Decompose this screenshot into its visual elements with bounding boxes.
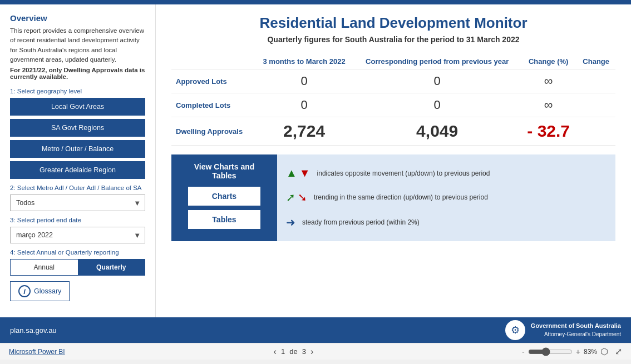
step2-label: 2: Select Metro Adl / Outer Adl / Balanc…: [10, 185, 145, 191]
charts-button[interactable]: Charts: [188, 187, 260, 206]
table-header-col2: Corresponding period from previous year: [354, 54, 520, 69]
zoom-in-icon[interactable]: +: [576, 347, 580, 356]
zoom-section: - + 83% ⬡ ⤢: [522, 346, 622, 357]
table-row: Completed Lots 0 0 ∞: [171, 93, 615, 117]
metro-select[interactable]: Todos: [10, 195, 145, 211]
step4-label: 4: Select Annual or Quarterly reporting: [10, 249, 145, 256]
bottom-right-icons: ⬡ ⤢: [600, 346, 622, 357]
legend-arrows-same: ➚ ➘: [286, 191, 307, 204]
metro-select-wrapper: Todos ▼: [10, 195, 145, 211]
footer-gov-text: Government of South Australia Attorney-G…: [531, 322, 621, 338]
arrow-down-outline-icon: ➘: [298, 191, 307, 204]
table-header-col1: 3 months to March 2022: [254, 54, 354, 69]
total-pages: 3: [302, 347, 306, 356]
completed-val3: ∞: [544, 98, 553, 112]
period-select[interactable]: março 2022: [10, 227, 145, 243]
page-of: de: [289, 347, 297, 356]
annual-button[interactable]: Annual: [11, 260, 78, 275]
glossary-label: Glossary: [34, 287, 61, 295]
report-subtitle: Quarterly figures for South Australia fo…: [171, 35, 615, 44]
bottom-bar: Microsoft Power BI ‹ 1 de 3 › - + 83% ⬡ …: [0, 343, 631, 360]
legend-text-steady: steady from previous period (within 2%): [302, 218, 420, 226]
glossary-button[interactable]: i Glossary: [10, 281, 70, 301]
legend-box: ▲ ▼ indicates opposite movement (up/down…: [277, 154, 615, 241]
completed-val2: 0: [434, 98, 441, 112]
legend-arrows-opposite: ▲ ▼: [286, 167, 310, 179]
arrow-up-outline-icon: ➚: [286, 191, 295, 204]
footer-gov-subtitle: Attorney-General's Department: [531, 331, 621, 338]
table-header-empty: [171, 54, 254, 69]
step3-label: 3: Select period end date: [10, 217, 145, 223]
legend-row-opposite: ▲ ▼ indicates opposite movement (up/down…: [286, 167, 607, 179]
zoom-slider[interactable]: [528, 347, 573, 356]
local-govt-button[interactable]: Local Govt Areas: [10, 98, 145, 116]
reporting-toggle: Annual Quarterly: [10, 259, 145, 276]
footer-url: plan.sa.gov.au: [10, 326, 57, 335]
zoom-level: 83%: [584, 348, 597, 356]
table-row: Dwelling Approvals 2,724 4,049 - 32.7: [171, 117, 615, 146]
overview-text: This report provides a comprehensive ove…: [10, 26, 145, 64]
overview-title: Overview: [10, 13, 145, 23]
metro-outer-button[interactable]: Metro / Outer / Balance: [10, 140, 145, 158]
report-title: Residential Land Development Monitor: [171, 14, 615, 32]
row-label-approved: Approved Lots: [171, 69, 254, 93]
overview-bold: For 2021/22, only Dwelling Approvals dat…: [10, 67, 145, 80]
row-label-dwelling: Dwelling Approvals: [171, 117, 254, 146]
fullscreen-icon[interactable]: ⤢: [615, 346, 622, 357]
right-panel: Residential Land Development Monitor Qua…: [156, 4, 631, 317]
legend-row-steady: ➜ steady from previous period (within 2%…: [286, 216, 607, 229]
period-select-wrapper: março 2022 ▼: [10, 227, 145, 243]
completed-val4: [576, 93, 615, 117]
approved-val3: ∞: [544, 74, 553, 88]
legend-row-same: ➚ ➘ trending in the same direction (up/d…: [286, 191, 607, 204]
quarterly-button[interactable]: Quarterly: [78, 260, 145, 275]
bottom-section: View Charts and Tables Charts Tables ▲ ▼…: [171, 154, 615, 241]
table-header-col3: Change (%): [520, 54, 576, 69]
current-page: 1: [281, 347, 285, 356]
arrow-right-icon: ➜: [286, 216, 295, 229]
pagination: ‹ 1 de 3 ›: [274, 347, 314, 357]
data-table: 3 months to March 2022 Corresponding per…: [171, 54, 615, 146]
charts-tables-title: View Charts and Tables: [181, 162, 267, 180]
info-icon: i: [18, 285, 31, 297]
zoom-out-icon[interactable]: -: [522, 347, 525, 356]
row-label-completed: Completed Lots: [171, 93, 254, 117]
tables-button[interactable]: Tables: [188, 210, 260, 229]
sa-govt-button[interactable]: SA Govt Regions: [10, 119, 145, 137]
footer-logo: ⚙: [505, 320, 525, 340]
charts-tables-box: View Charts and Tables Charts Tables: [171, 154, 277, 241]
prev-page-button[interactable]: ‹: [274, 347, 277, 357]
table-row: Approved Lots 0 0 ∞: [171, 69, 615, 93]
top-bar: [0, 0, 631, 4]
share-icon[interactable]: ⬡: [600, 346, 608, 357]
dwelling-val1: 2,724: [283, 122, 325, 140]
footer-right: ⚙ Government of South Australia Attorney…: [505, 320, 621, 340]
completed-val1: 0: [300, 98, 307, 112]
table-header-col4: Change: [576, 54, 615, 69]
footer-gov-title: Government of South Australia: [531, 322, 621, 330]
legend-arrows-steady: ➜: [286, 216, 295, 229]
step1-label: 1: Select geography level: [10, 88, 145, 94]
approved-val2: 0: [434, 74, 441, 88]
arrow-up-solid-icon: ▲: [286, 167, 297, 179]
powerbi-link[interactable]: Microsoft Power BI: [9, 348, 65, 356]
dwelling-val4: [576, 117, 615, 146]
greater-adelaide-button[interactable]: Greater Adelaide Region: [10, 161, 145, 179]
dwelling-val2: 4,049: [416, 122, 458, 140]
arrow-down-solid-icon: ▼: [299, 167, 310, 179]
approved-val1: 0: [300, 74, 307, 88]
dwelling-val3: - 32.7: [527, 122, 570, 140]
footer: plan.sa.gov.au ⚙ Government of South Aus…: [0, 317, 631, 343]
approved-val4: [576, 69, 615, 93]
next-page-button[interactable]: ›: [310, 347, 313, 357]
legend-text-same: trending in the same direction (up/down)…: [314, 193, 488, 201]
legend-text-opposite: indicates opposite movement (up/down) to…: [317, 169, 490, 177]
left-panel: Overview This report provides a comprehe…: [0, 4, 156, 317]
